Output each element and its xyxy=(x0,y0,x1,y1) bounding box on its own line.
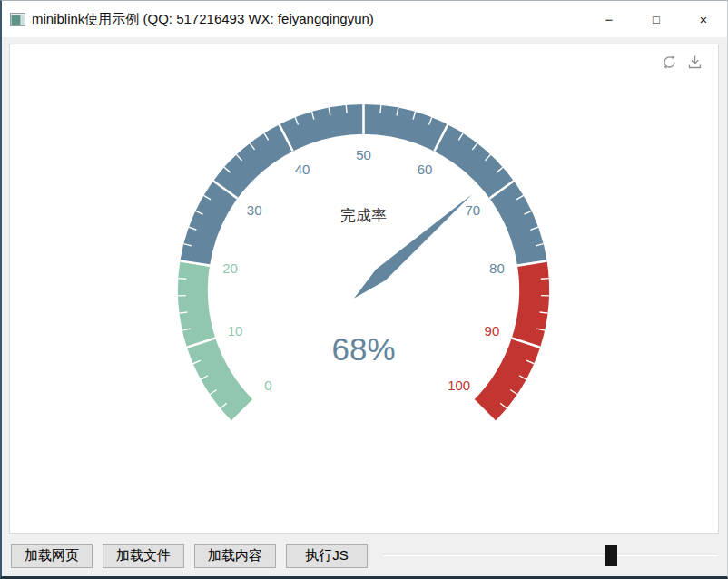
load-webpage-button[interactable]: 加载网页 xyxy=(11,544,93,568)
slider-handle[interactable] xyxy=(605,545,617,566)
refresh-restore-icon[interactable] xyxy=(661,54,678,71)
chart-toolbox xyxy=(661,54,703,71)
svg-text:90: 90 xyxy=(485,323,500,339)
svg-text:100: 100 xyxy=(448,378,470,393)
close-button[interactable]: × xyxy=(680,1,727,37)
app-icon xyxy=(10,13,25,26)
svg-text:10: 10 xyxy=(228,323,243,339)
window-title: miniblink使用示例 (QQ: 517216493 WX: feiyang… xyxy=(32,11,374,28)
svg-text:60: 60 xyxy=(418,162,433,177)
load-file-button[interactable]: 加载文件 xyxy=(103,544,184,568)
load-content-button[interactable]: 加载内容 xyxy=(194,544,276,568)
titlebar: miniblink使用示例 (QQ: 517216493 WX: feiyang… xyxy=(2,1,727,37)
maximize-button[interactable]: □ xyxy=(633,1,680,37)
svg-text:80: 80 xyxy=(489,260,505,276)
chart-panel: 0102030405060708090100 完成率 68% xyxy=(9,44,719,534)
content-area: 0102030405060708090100 完成率 68% xyxy=(2,37,727,535)
svg-text:20: 20 xyxy=(222,260,238,276)
svg-text:40: 40 xyxy=(295,162,310,177)
minimize-button[interactable]: − xyxy=(585,1,633,37)
app-window: miniblink使用示例 (QQ: 517216493 WX: feiyang… xyxy=(0,0,728,579)
svg-text:30: 30 xyxy=(247,202,262,218)
svg-text:0: 0 xyxy=(264,378,271,393)
execute-js-button[interactable]: 执行JS xyxy=(286,544,368,568)
save-as-image-icon[interactable] xyxy=(686,54,703,71)
gauge-title: 完成率 xyxy=(340,207,387,224)
svg-text:70: 70 xyxy=(465,202,480,218)
window-controls: − □ × xyxy=(585,1,727,37)
slider-track[interactable] xyxy=(383,554,718,556)
value-slider[interactable] xyxy=(383,544,718,568)
svg-text:50: 50 xyxy=(356,147,371,162)
gauge-chart: 0102030405060708090100 完成率 68% xyxy=(10,44,718,533)
gauge-detail-value: 68% xyxy=(332,331,396,367)
bottom-toolbar: 加载网页 加载文件 加载内容 执行JS xyxy=(2,535,727,576)
